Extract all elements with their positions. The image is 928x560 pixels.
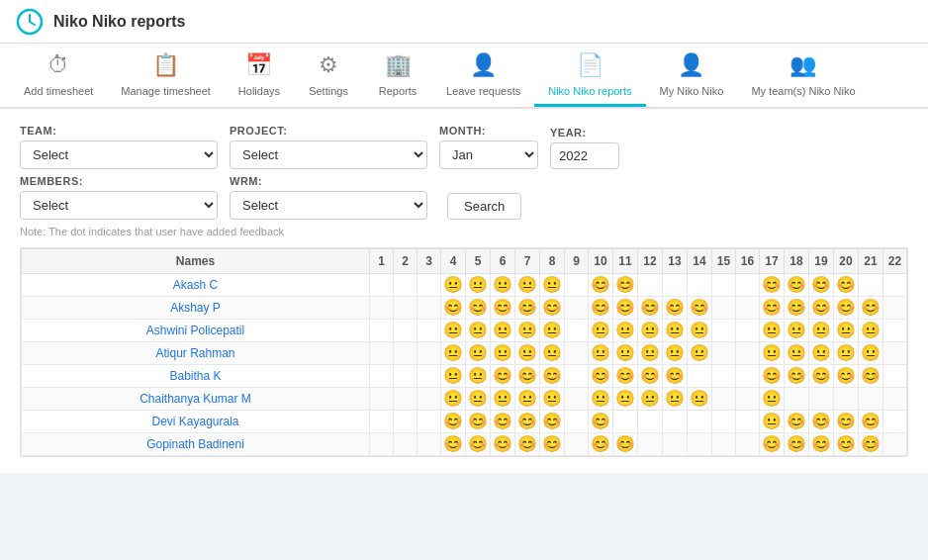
nav-manage-timesheet[interactable]: 📋 Manage timesheet <box>107 44 225 107</box>
nav-reports-label: Reports <box>379 84 418 98</box>
cell-r0-c15 <box>736 273 760 296</box>
cell-r6-c5: 😊 <box>491 410 515 432</box>
cell-r5-c0 <box>370 387 394 410</box>
cell-r3-c20: 😐 <box>859 341 883 364</box>
cell-r4-c5: 😊 <box>491 364 515 387</box>
cell-r2-c20: 😐 <box>859 319 883 341</box>
cell-r2-c2 <box>418 319 441 341</box>
cell-r5-c16: 😐 <box>760 387 785 410</box>
wrm-select[interactable]: Select <box>230 191 427 220</box>
cell-r3-c12: 😐 <box>663 341 688 364</box>
row-name-cell[interactable]: Chaithanya Kumar M <box>22 387 370 410</box>
project-filter-group: PROJECT: Select <box>230 125 427 169</box>
col-day-22: 22 <box>883 248 907 273</box>
cell-r7-c0 <box>370 432 394 455</box>
cell-r3-c21 <box>883 341 907 364</box>
col-day-9: 9 <box>565 248 589 273</box>
row-name-cell[interactable]: Ashwini Policepatil <box>22 319 370 341</box>
row-name-cell[interactable]: Akshay P <box>22 296 370 319</box>
year-input[interactable] <box>550 142 619 169</box>
nav-reports[interactable]: 🏢 Reports <box>363 44 432 107</box>
nav-add-timesheet[interactable]: ⏱ Add timesheet <box>10 44 107 107</box>
cell-r6-c19: 😊 <box>834 410 859 432</box>
row-name-cell[interactable]: Devi Kayagurala <box>22 410 370 432</box>
search-button[interactable]: Search <box>447 193 521 220</box>
cell-r3-c10: 😐 <box>613 341 638 364</box>
year-filter-group: YEAR: <box>550 127 619 169</box>
cell-r1-c10: 😊 <box>613 296 638 319</box>
filter-row-2: MEMBERS: Select WRM: Select Search <box>20 175 908 220</box>
cell-r0-c4: 😐 <box>466 273 491 296</box>
cell-r4-c8 <box>565 364 589 387</box>
col-day-13: 13 <box>663 248 688 273</box>
cell-r5-c9: 😐 <box>589 387 613 410</box>
month-select[interactable]: JanFebMarApr MayJunJulAug SepOctNovDec <box>439 140 538 169</box>
cell-r3-c17: 😐 <box>785 341 809 364</box>
cell-r2-c3: 😐 <box>441 319 466 341</box>
row-name-cell[interactable]: Babitha K <box>22 364 370 387</box>
cell-r0-c1 <box>394 273 418 296</box>
nav-add-timesheet-label: Add timesheet <box>24 84 93 98</box>
cell-r7-c2 <box>418 432 441 455</box>
row-name-cell[interactable]: Akash C <box>22 273 370 296</box>
nav-my-teams-niko-niko[interactable]: 👥 My team(s) Niko Niko <box>737 44 869 107</box>
cell-r5-c2 <box>418 387 441 410</box>
cell-r2-c14 <box>712 319 736 341</box>
cell-r4-c16: 😊 <box>760 364 785 387</box>
cell-r7-c17: 😊 <box>785 432 809 455</box>
cell-r2-c4: 😐 <box>466 319 491 341</box>
cell-r0-c19: 😊 <box>834 273 859 296</box>
table-row: Ashwini Policepatil😐😐😐😐😐😐😐😐😐😐😐😐😐😐😐 <box>22 319 907 341</box>
cell-r1-c14 <box>712 296 736 319</box>
col-names: Names <box>22 248 370 273</box>
members-select[interactable]: Select <box>20 191 218 220</box>
cell-r6-c14 <box>712 410 736 432</box>
cell-r3-c2 <box>418 341 441 364</box>
cell-r6-c6: 😊 <box>515 410 540 432</box>
cell-r6-c3: 😊 <box>441 410 466 432</box>
col-day-4: 4 <box>441 248 466 273</box>
table-row: Akshay P😊😊😊😊😊😊😊😊😊😊😊😊😊😊😊 <box>22 296 907 319</box>
filter-row-1: TEAM: Select PROJECT: Select MONTH: JanF… <box>20 125 908 169</box>
cell-r0-c5: 😐 <box>491 273 515 296</box>
cell-r0-c10: 😊 <box>613 273 638 296</box>
col-day-6: 6 <box>491 248 515 273</box>
col-day-14: 14 <box>688 248 712 273</box>
cell-r1-c19: 😊 <box>834 296 859 319</box>
team-select[interactable]: Select <box>20 140 218 169</box>
project-select[interactable]: Select <box>230 140 427 169</box>
row-name-cell[interactable]: Gopinath Badineni <box>22 432 370 455</box>
cell-r4-c3: 😐 <box>441 364 466 387</box>
leave-requests-icon: 👤 <box>470 51 497 80</box>
project-label: PROJECT: <box>230 125 427 137</box>
nav-settings[interactable]: ⚙ Settings <box>294 44 363 107</box>
cell-r1-c3: 😊 <box>441 296 466 319</box>
cell-r7-c8 <box>565 432 589 455</box>
nav-niko-niko-reports[interactable]: 📄 Niko Niko reports <box>534 44 645 107</box>
cell-r3-c7: 😐 <box>540 341 565 364</box>
month-filter-group: MONTH: JanFebMarApr MayJunJulAug SepOctN… <box>439 125 538 169</box>
team-filter-group: TEAM: Select <box>20 125 218 169</box>
nav-holidays[interactable]: 📅 Holidays <box>225 44 294 107</box>
col-day-17: 17 <box>760 248 785 273</box>
row-name-cell[interactable]: Atiqur Rahman <box>22 341 370 364</box>
cell-r1-c0 <box>370 296 394 319</box>
main-content: TEAM: Select PROJECT: Select MONTH: JanF… <box>0 109 928 473</box>
month-label: MONTH: <box>439 125 538 137</box>
cell-r1-c17: 😊 <box>785 296 809 319</box>
cell-r5-c3: 😐 <box>441 387 466 410</box>
cell-r3-c19: 😐 <box>834 341 859 364</box>
cell-r1-c15 <box>736 296 760 319</box>
svg-line-2 <box>30 22 35 25</box>
cell-r6-c9: 😊 <box>589 410 613 432</box>
cell-r4-c9: 😊 <box>589 364 613 387</box>
cell-r6-c18: 😊 <box>809 410 834 432</box>
nav-leave-requests[interactable]: 👤 Leave requests <box>432 44 534 107</box>
cell-r5-c12: 😐 <box>663 387 688 410</box>
cell-r6-c8 <box>565 410 589 432</box>
nav-my-niko-niko-label: My Niko Niko <box>660 84 724 98</box>
cell-r3-c0 <box>370 341 394 364</box>
cell-r7-c3: 😊 <box>441 432 466 455</box>
cell-r6-c1 <box>394 410 418 432</box>
nav-my-niko-niko[interactable]: 👤 My Niko Niko <box>646 44 738 107</box>
